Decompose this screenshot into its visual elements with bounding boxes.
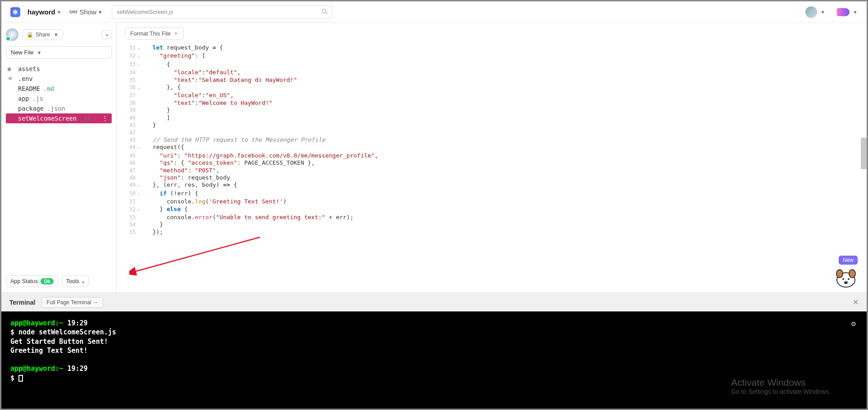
file-ext: .json	[47, 105, 65, 112]
code-text: "locale":"en_US",	[143, 92, 234, 99]
terminal-line: $ node setWelcomeScreen.js	[10, 328, 858, 337]
line-number: 37	[118, 92, 137, 99]
line-number: 46	[118, 159, 137, 167]
new-file-label: New File	[11, 49, 34, 56]
project-avatar[interactable]	[6, 28, 18, 41]
terminal[interactable]: ⚙ app@hayword:~ 19:29$ node setWelcomeSc…	[1, 311, 867, 410]
editor-pane: Format This File ✦ 31▾ let request_body …	[117, 23, 867, 293]
terminal-line: app@hayword:~ 19:29	[10, 364, 858, 373]
code-text: } else {	[143, 206, 188, 214]
line-number: 40	[118, 114, 137, 122]
fold-icon[interactable]: ▾	[137, 190, 143, 198]
file-ext: .js	[80, 115, 91, 122]
line-number: 50	[118, 190, 137, 198]
code-text: "locale":"default",	[143, 69, 241, 76]
file-item--env[interactable]: 👁.env	[6, 74, 112, 84]
user-avatar-menu[interactable]: ▼	[805, 6, 825, 18]
code-text: console.error("Unable to send greeting t…	[143, 214, 354, 221]
status-ok-badge: Ok	[41, 278, 54, 284]
terminal-line: Greeting Text Sent!	[10, 346, 858, 355]
terminal-settings-button[interactable]: ⚙	[851, 319, 856, 329]
line-number: 45	[118, 152, 137, 159]
share-button[interactable]: 🔒 Share ▼	[22, 29, 63, 40]
glitch-logo-icon[interactable]: ✻	[10, 7, 20, 17]
code-line: 32▾ "greeting": [	[118, 52, 867, 60]
project-name: hayword	[27, 8, 55, 16]
svg-line-1	[326, 12, 327, 14]
svg-point-0	[323, 9, 326, 13]
fold-icon[interactable]: ▾	[137, 52, 143, 60]
close-terminal-button[interactable]: ✕	[853, 298, 859, 306]
file-item-setWelcomeScreen-js[interactable]: setWelcomeScreen.js⋮	[6, 113, 112, 123]
search-input[interactable]: setWelcomeScreen.js	[112, 5, 332, 19]
code-line: 47 "method": "POST",	[118, 167, 867, 174]
glitch-fish-menu[interactable]: ▼	[837, 8, 858, 16]
sunglasses-icon: 👓	[69, 8, 78, 16]
line-number: 34	[118, 69, 137, 76]
line-number: 55	[118, 229, 137, 236]
fold-icon[interactable]: ▾	[137, 181, 143, 189]
code-editor[interactable]: 31▾ let request_body = {32▾ "greeting": …	[117, 44, 867, 293]
fold-icon	[137, 229, 143, 236]
line-number: 38	[118, 99, 137, 107]
terminal-line: $	[10, 374, 858, 383]
fold-icon[interactable]: ▾	[137, 206, 143, 214]
watermark-title: Activate Windows	[731, 377, 831, 388]
file-item-package-json[interactable]: package.json	[6, 104, 112, 113]
svg-point-5	[842, 278, 844, 280]
tools-button[interactable]: Tools ▴	[62, 275, 89, 287]
show-button[interactable]: 👓 Show ▼	[69, 8, 103, 16]
app-status-button[interactable]: App Status Ok	[6, 275, 58, 287]
fold-icon[interactable]: ▾	[137, 44, 143, 52]
code-text	[143, 129, 145, 136]
fold-icon	[137, 114, 143, 122]
top-bar: ✻ hayword ▼ 👓 Show ▼ setWelcomeScreen.js…	[1, 1, 867, 23]
chevron-down-icon: ▼	[820, 9, 825, 15]
code-line: 33▾ {	[118, 61, 867, 69]
code-line: 55 });	[118, 229, 867, 236]
fold-icon	[137, 92, 143, 99]
file-item-app-js[interactable]: app.js	[6, 94, 112, 104]
mascot-icon[interactable]	[833, 265, 859, 290]
fold-icon	[137, 122, 143, 129]
file-item-README-md[interactable]: README.md	[6, 84, 112, 94]
file-item-assets[interactable]: ▣assets	[6, 64, 112, 74]
collapse-sidebar-button[interactable]: ◂	[102, 30, 112, 39]
search-icon	[322, 9, 327, 16]
file-ext: .md	[43, 85, 54, 92]
app-status-label: App Status	[10, 278, 38, 284]
fold-icon	[137, 136, 143, 144]
eye-icon: 👁	[8, 76, 15, 82]
tools-label: Tools	[66, 278, 79, 284]
code-text: "text":"Welcome to HayWord!"	[143, 99, 273, 107]
code-line: 50▾ if (!err) {	[118, 190, 867, 198]
line-number: 35	[118, 77, 137, 84]
full-page-terminal-button[interactable]: Full Page Terminal →	[41, 297, 103, 308]
code-line: 34 "locale":"default",	[118, 69, 867, 76]
code-line: 44▾ request({	[118, 144, 867, 152]
full-page-label: Full Page Terminal →	[46, 299, 98, 306]
main-area: 🔒 Share ▼ ◂ New File ▼ ▣assets👁.envREADM…	[1, 23, 867, 293]
fold-icon[interactable]: ▾	[137, 144, 143, 152]
fold-icon[interactable]: ▾	[137, 61, 143, 69]
code-text: {	[143, 61, 170, 69]
file-name: setWelcomeScreen	[18, 115, 77, 122]
scrollbar-thumb[interactable]	[861, 138, 867, 169]
svg-point-6	[848, 278, 850, 280]
code-line: 53 console.error("Unable to send greetin…	[118, 214, 867, 221]
terminal-title: Terminal	[9, 299, 35, 306]
code-line: 51 console.log('Greeting Text Sent!')	[118, 198, 867, 205]
code-text: }	[143, 122, 156, 129]
code-text: }	[143, 107, 170, 114]
format-file-button[interactable]: Format This File ✦	[125, 27, 184, 40]
sparkle-icon: ✦	[173, 30, 178, 37]
file-menu-icon[interactable]: ⋮	[102, 115, 110, 122]
svg-point-3	[836, 270, 843, 278]
folder-icon: ▣	[8, 66, 15, 72]
project-selector[interactable]: hayword ▼	[27, 8, 62, 16]
fold-icon[interactable]: ▾	[137, 84, 143, 92]
new-file-button[interactable]: New File ▼	[6, 46, 112, 59]
fold-icon	[137, 107, 143, 114]
search-value: setWelcomeScreen.js	[117, 9, 322, 15]
new-badge[interactable]: New	[839, 256, 858, 265]
